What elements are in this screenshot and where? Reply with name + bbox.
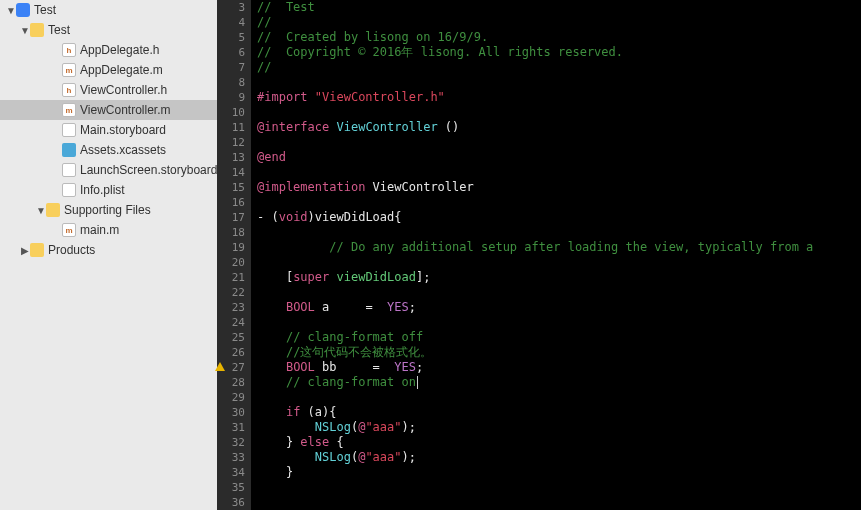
code-line[interactable]: // clang-format on xyxy=(257,375,861,390)
navigator-item-appdelegate-h[interactable]: hAppDelegate.h xyxy=(0,40,217,60)
token-plain: ); xyxy=(402,450,416,464)
token-plain xyxy=(257,405,286,419)
token-cmt: // Copyright © 2016年 lisong. All rights … xyxy=(257,45,623,59)
navigator-item-appdelegate-m[interactable]: mAppDelegate.m xyxy=(0,60,217,80)
code-line[interactable]: // Created by lisong on 16/9/9. xyxy=(257,30,861,45)
code-line[interactable]: } xyxy=(257,465,861,480)
folder-icon xyxy=(46,203,60,217)
token-cmt: // xyxy=(257,60,271,74)
code-line[interactable] xyxy=(257,480,861,495)
code-line[interactable] xyxy=(257,105,861,120)
navigator-item-label: LaunchScreen.storyboard xyxy=(80,163,217,177)
code-line[interactable]: BOOL a = YES; xyxy=(257,300,861,315)
token-kw: if xyxy=(286,405,300,419)
code-line[interactable]: @implementation ViewController xyxy=(257,180,861,195)
assets-catalog-icon xyxy=(62,143,76,157)
navigator-item-main-storyboard[interactable]: Main.storyboard xyxy=(0,120,217,140)
navigator-item-label: Main.storyboard xyxy=(80,123,166,137)
disclosure-triangle-open-icon[interactable]: ▼ xyxy=(20,25,30,36)
disclosure-triangle-open-icon[interactable]: ▼ xyxy=(6,5,16,16)
project-navigator[interactable]: ▼Test▼TesthAppDelegate.hmAppDelegate.mhV… xyxy=(0,0,217,510)
code-area[interactable]: // Test//// Created by lisong on 16/9/9.… xyxy=(251,0,861,510)
navigator-item-main-m[interactable]: mmain.m xyxy=(0,220,217,240)
code-line[interactable]: //这句代码不会被格式化。 xyxy=(257,345,861,360)
line-number: 22 xyxy=(217,285,245,300)
code-line[interactable] xyxy=(257,315,861,330)
token-cmt: //这句代码不会被格式化。 xyxy=(286,345,432,359)
token-plain: ViewController xyxy=(365,180,473,194)
code-editor[interactable]: 3456789101112131415161718192021222324252… xyxy=(217,0,861,510)
code-line[interactable] xyxy=(257,390,861,405)
code-line[interactable] xyxy=(257,135,861,150)
code-line[interactable] xyxy=(257,255,861,270)
token-plain: - ( xyxy=(257,210,279,224)
code-line[interactable]: // clang-format off xyxy=(257,330,861,345)
code-line[interactable]: // xyxy=(257,60,861,75)
token-str: "ViewController.h" xyxy=(315,90,445,104)
token-at: @implementation xyxy=(257,180,365,194)
navigator-item-label: AppDelegate.h xyxy=(80,43,159,57)
code-line[interactable]: // Do any additional setup after loading… xyxy=(257,240,861,255)
line-number: 24 xyxy=(217,315,245,330)
token-cmt: // clang-format on xyxy=(286,375,416,389)
token-plain xyxy=(257,240,329,254)
code-line[interactable]: // Copyright © 2016年 lisong. All rights … xyxy=(257,45,861,60)
token-cmt: // Do any additional setup after loading… xyxy=(329,240,813,254)
token-plain: [ xyxy=(257,270,293,284)
navigator-item-test[interactable]: ▼Test xyxy=(0,20,217,40)
code-line[interactable]: } else { xyxy=(257,435,861,450)
line-number: 32 xyxy=(217,435,245,450)
code-line[interactable] xyxy=(257,225,861,240)
line-number: 33 xyxy=(217,450,245,465)
navigator-item-test[interactable]: ▼Test xyxy=(0,0,217,20)
code-line[interactable]: NSLog(@"aaa"); xyxy=(257,450,861,465)
code-line[interactable]: @interface ViewController () xyxy=(257,120,861,135)
code-line[interactable]: [super viewDidLoad]; xyxy=(257,270,861,285)
token-kw: BOOL xyxy=(286,360,315,374)
code-line[interactable]: #import "ViewController.h" xyxy=(257,90,861,105)
implementation-file-icon: m xyxy=(62,63,76,77)
token-str: "aaa" xyxy=(365,450,401,464)
navigator-item-viewcontroller-m[interactable]: mViewController.m xyxy=(0,100,217,120)
token-plain: ); xyxy=(402,420,416,434)
token-plain: } xyxy=(257,435,300,449)
token-type: NSLog xyxy=(315,450,351,464)
navigator-item-supporting-files[interactable]: ▼Supporting Files xyxy=(0,200,217,220)
navigator-item-products[interactable]: ▶Products xyxy=(0,240,217,260)
code-line[interactable]: - (void)viewDidLoad{ xyxy=(257,210,861,225)
token-plain: } xyxy=(257,465,293,479)
code-line[interactable] xyxy=(257,165,861,180)
navigator-item-info-plist[interactable]: Info.plist xyxy=(0,180,217,200)
token-plain xyxy=(257,360,286,374)
token-plain xyxy=(257,375,286,389)
navigator-item-label: ViewController.h xyxy=(80,83,167,97)
code-line[interactable] xyxy=(257,75,861,90)
disclosure-triangle-open-icon[interactable]: ▼ xyxy=(36,205,46,216)
navigator-item-assets-xcassets[interactable]: Assets.xcassets xyxy=(0,140,217,160)
line-number: 3 xyxy=(217,0,245,15)
disclosure-triangle-closed-icon[interactable]: ▶ xyxy=(20,245,30,256)
line-number: 25 xyxy=(217,330,245,345)
code-line[interactable]: // Test xyxy=(257,0,861,15)
code-line[interactable]: NSLog(@"aaa"); xyxy=(257,420,861,435)
line-number: 26 xyxy=(217,345,245,360)
navigator-item-label: Test xyxy=(48,23,70,37)
line-number: 10 xyxy=(217,105,245,120)
code-line[interactable]: @end xyxy=(257,150,861,165)
code-line[interactable]: // xyxy=(257,15,861,30)
token-kw: BOOL xyxy=(286,300,315,314)
code-line[interactable] xyxy=(257,285,861,300)
code-line[interactable] xyxy=(257,495,861,510)
line-number: 7 xyxy=(217,60,245,75)
line-number: 15 xyxy=(217,180,245,195)
token-lit: YES xyxy=(394,360,416,374)
code-line[interactable]: BOOL bb = YES; xyxy=(257,360,861,375)
navigator-item-viewcontroller-h[interactable]: hViewController.h xyxy=(0,80,217,100)
token-plain: (a){ xyxy=(300,405,336,419)
navigator-item-label: ViewController.m xyxy=(80,103,170,117)
code-line[interactable]: if (a){ xyxy=(257,405,861,420)
code-line[interactable] xyxy=(257,195,861,210)
navigator-item-label: Supporting Files xyxy=(64,203,151,217)
header-file-icon: h xyxy=(62,83,76,97)
navigator-item-launchscreen-storyboard[interactable]: LaunchScreen.storyboard xyxy=(0,160,217,180)
